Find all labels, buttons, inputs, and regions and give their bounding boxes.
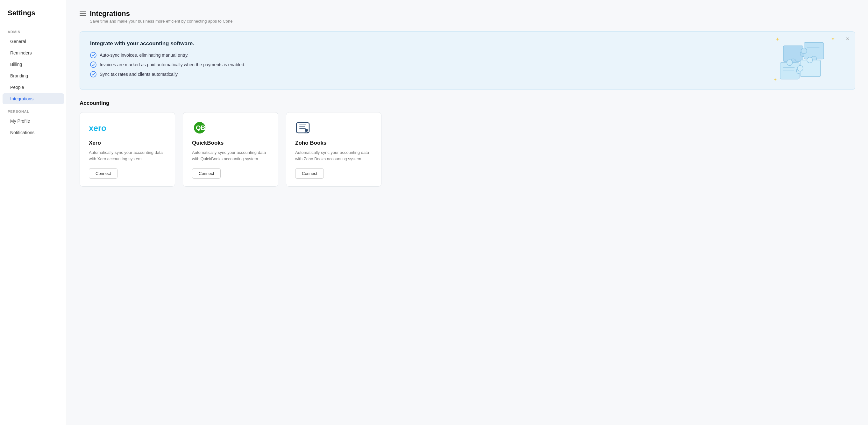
page-subtitle: Save time and make your business more ef… bbox=[90, 19, 233, 24]
sidebar: Settings ADMIN General Reminders Billing… bbox=[0, 0, 67, 425]
accounting-section-heading: Accounting bbox=[80, 100, 855, 107]
svg-rect-1 bbox=[80, 13, 86, 14]
svg-point-22 bbox=[787, 60, 793, 66]
integration-banner: × Integrate with your accounting softwar… bbox=[80, 31, 855, 90]
svg-text:xero: xero bbox=[89, 123, 106, 133]
quickbooks-card-name: QuickBooks bbox=[192, 140, 269, 146]
feature-2-text: Invoices are marked as paid automaticall… bbox=[100, 62, 246, 67]
personal-section-label: PERSONAL bbox=[0, 104, 66, 115]
sidebar-item-my-profile[interactable]: My Profile bbox=[3, 116, 64, 126]
feature-3-text: Sync tax rates and clients automatically… bbox=[100, 72, 179, 77]
svg-point-16 bbox=[801, 48, 807, 54]
sidebar-item-people[interactable]: People bbox=[3, 82, 64, 93]
xero-card-name: Xero bbox=[89, 140, 166, 146]
zohobooks-card-desc: Automatically sync your accounting data … bbox=[295, 149, 372, 162]
svg-point-3 bbox=[90, 52, 96, 58]
sidebar-item-general[interactable]: General bbox=[3, 36, 64, 47]
main-content: Integrations Save time and make your bus… bbox=[67, 0, 868, 425]
svg-point-40 bbox=[305, 129, 308, 132]
feature-1-text: Auto-sync invoices, eliminating manual e… bbox=[100, 53, 188, 58]
sidebar-item-notifications[interactable]: Notifications bbox=[3, 127, 64, 138]
page-title-block: Integrations Save time and make your bus… bbox=[90, 9, 233, 24]
banner-heading: Integrate with your accounting software. bbox=[90, 40, 845, 47]
banner-close-button[interactable]: × bbox=[846, 36, 849, 42]
svg-text:✦: ✦ bbox=[774, 78, 777, 82]
svg-rect-0 bbox=[80, 11, 86, 11]
xero-connect-button[interactable]: Connect bbox=[89, 168, 118, 179]
svg-point-29 bbox=[797, 66, 803, 71]
sidebar-item-branding[interactable]: Branding bbox=[3, 70, 64, 81]
page-header: Integrations Save time and make your bus… bbox=[80, 9, 855, 24]
sidebar-item-reminders[interactable]: Reminders bbox=[3, 48, 64, 58]
svg-text:QB: QB bbox=[196, 124, 206, 131]
banner-illustration: ✦ ✦ ✦ bbox=[772, 35, 836, 87]
xero-logo: xero bbox=[89, 121, 166, 134]
svg-point-5 bbox=[90, 71, 96, 77]
banner-feature-1: Auto-sync invoices, eliminating manual e… bbox=[90, 52, 845, 58]
admin-section-label: ADMIN bbox=[0, 25, 66, 36]
settings-title: Settings bbox=[0, 9, 66, 25]
zohobooks-card-name: Zoho Books bbox=[295, 140, 372, 146]
xero-card: xero Xero Automatically sync your accoun… bbox=[80, 112, 175, 187]
sidebar-item-billing[interactable]: Billing bbox=[3, 59, 64, 70]
sidebar-item-integrations[interactable]: Integrations bbox=[3, 93, 64, 104]
quickbooks-connect-button[interactable]: Connect bbox=[192, 168, 221, 179]
svg-rect-2 bbox=[80, 15, 86, 16]
quickbooks-card-desc: Automatically sync your accounting data … bbox=[192, 149, 269, 162]
xero-card-desc: Automatically sync your accounting data … bbox=[89, 149, 166, 162]
zohobooks-card: Zoho Books Automatically sync your accou… bbox=[286, 112, 381, 187]
zohobooks-logo bbox=[295, 121, 372, 134]
quickbooks-logo: QB bbox=[192, 121, 269, 134]
page-title: Integrations bbox=[90, 9, 233, 18]
quickbooks-card: QB QuickBooks Automatically sync your ac… bbox=[183, 112, 278, 187]
banner-feature-2: Invoices are marked as paid automaticall… bbox=[90, 61, 845, 68]
integration-cards-row: xero Xero Automatically sync your accoun… bbox=[80, 112, 855, 187]
menu-icon[interactable] bbox=[80, 11, 86, 18]
svg-text:✦: ✦ bbox=[831, 36, 835, 41]
banner-feature-3: Sync tax rates and clients automatically… bbox=[90, 71, 845, 78]
svg-point-4 bbox=[90, 62, 96, 67]
zohobooks-connect-button[interactable]: Connect bbox=[295, 168, 324, 179]
svg-text:✦: ✦ bbox=[775, 37, 779, 42]
svg-point-28 bbox=[807, 57, 813, 63]
